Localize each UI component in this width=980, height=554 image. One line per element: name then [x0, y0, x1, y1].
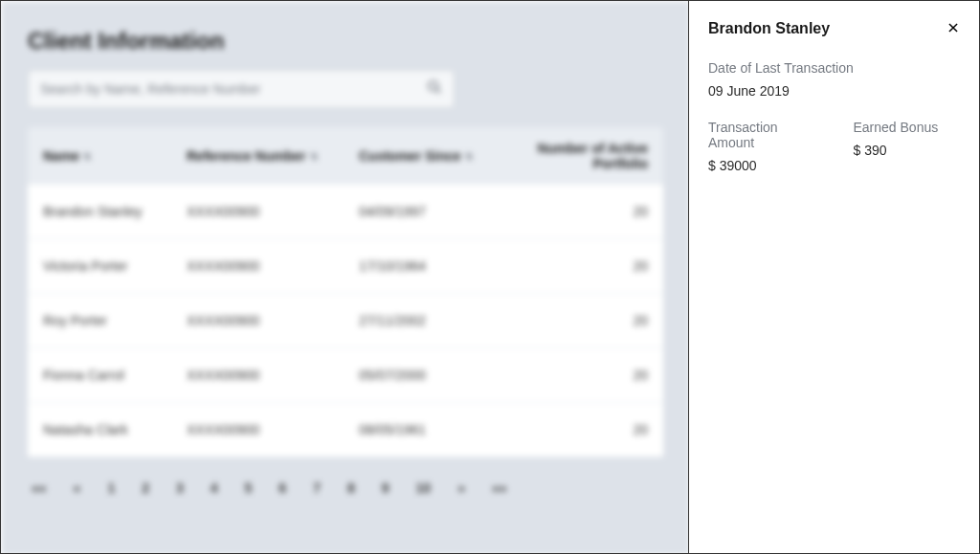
cell-portfolio: 20 [512, 258, 648, 274]
col-header-reference[interactable]: Reference Number ⇅ [187, 141, 359, 171]
cell-name: Brandon Stanley [43, 204, 187, 219]
svg-line-1 [436, 89, 440, 93]
close-icon [947, 21, 960, 37]
page-title: Client Information [28, 28, 663, 55]
search-icon [427, 79, 442, 99]
col-header-reference-label: Reference Number [187, 148, 306, 164]
pagination: «« « 1 2 3 4 5 6 7 8 9 10 » »» [28, 480, 663, 496]
close-button[interactable] [947, 21, 960, 37]
cell-since: 17/10/1964 [359, 258, 512, 274]
cell-ref: XXXX00900 [187, 422, 359, 437]
page-number[interactable]: 8 [347, 480, 355, 496]
table-row[interactable]: Victoria Porter XXXX00900 17/10/1964 20 [28, 239, 663, 294]
page-number[interactable]: 4 [211, 480, 218, 496]
page-number[interactable]: 5 [245, 480, 253, 496]
col-header-since-label: Customer Since [359, 148, 461, 164]
page-number[interactable]: 10 [416, 480, 432, 496]
page-number[interactable]: 3 [176, 480, 184, 496]
search-box[interactable]: Search by Name, Reference Number [28, 70, 455, 108]
cell-since: 08/05/1961 [359, 422, 512, 437]
earned-bonus-label: Earned Bonus [854, 120, 961, 135]
table-row[interactable]: Brandon Stanley XXXX00900 04/09/1997 20 [28, 185, 663, 239]
cell-since: 27/11/2002 [359, 313, 512, 328]
last-transaction-label: Date of Last Transaction [708, 60, 960, 76]
cell-ref: XXXX00900 [187, 313, 359, 328]
sort-icon: ⇅ [465, 151, 473, 162]
table-header-row: Name ⇅ Reference Number ⇅ Customer Since… [28, 127, 663, 185]
page-number[interactable]: 6 [278, 480, 286, 496]
col-header-name[interactable]: Name ⇅ [43, 141, 187, 171]
sidepanel-client-name: Brandon Stanley [708, 20, 830, 37]
earned-bonus-value: $ 390 [854, 143, 961, 158]
cell-name: Fionna Carrol [43, 367, 187, 383]
cell-name: Victoria Porter [43, 258, 187, 274]
col-header-portfolio[interactable]: Number of Active Portfolio [512, 141, 648, 171]
sidepanel-header: Brandon Stanley [708, 20, 960, 37]
transaction-amount-value: $ 39000 [708, 158, 815, 173]
last-transaction-value: 09 June 2019 [708, 83, 960, 99]
cell-portfolio: 20 [512, 313, 648, 328]
sort-icon: ⇅ [310, 151, 318, 162]
col-header-name-label: Name [43, 148, 79, 164]
cell-portfolio: 20 [512, 204, 648, 219]
client-detail-sidepanel: Brandon Stanley Date of Last Transaction… [688, 1, 979, 554]
table-row[interactable]: Roy Porter XXXX00900 27/11/2002 20 [28, 294, 663, 348]
table-row[interactable]: Fionna Carrol XXXX00900 05/07/2000 20 [28, 348, 663, 403]
field-row-amount-bonus: Transaction Amount $ 39000 Earned Bonus … [708, 120, 960, 173]
transaction-amount-label: Transaction Amount [708, 120, 815, 150]
page-last[interactable]: »» [492, 480, 507, 496]
cell-ref: XXXX00900 [187, 258, 359, 274]
page-next[interactable]: » [457, 480, 465, 496]
page-number[interactable]: 1 [107, 480, 115, 496]
cell-ref: XXXX00900 [187, 367, 359, 383]
field-transaction-amount: Transaction Amount $ 39000 [708, 120, 815, 173]
cell-since: 04/09/1997 [359, 204, 512, 219]
cell-portfolio: 20 [512, 367, 648, 383]
table-row[interactable]: Natasha Clark XXXX00900 08/05/1961 20 [28, 403, 663, 457]
field-last-transaction: Date of Last Transaction 09 June 2019 [708, 60, 960, 99]
col-header-portfolio-label: Number of Active Portfolio [512, 141, 648, 171]
col-header-since[interactable]: Customer Since ⇅ [359, 141, 512, 171]
field-earned-bonus: Earned Bonus $ 390 [854, 120, 961, 173]
client-table: Name ⇅ Reference Number ⇅ Customer Since… [28, 127, 663, 457]
cell-since: 05/07/2000 [359, 367, 512, 383]
page-number[interactable]: 9 [382, 480, 390, 496]
client-info-background: Client Information Search by Name, Refer… [1, 1, 690, 554]
search-placeholder: Search by Name, Reference Number [40, 81, 427, 97]
page-number[interactable]: 2 [142, 480, 149, 496]
page-first[interactable]: «« [32, 480, 47, 496]
cell-name: Natasha Clark [43, 422, 187, 437]
page-prev[interactable]: « [74, 480, 81, 496]
cell-name: Roy Porter [43, 313, 187, 328]
cell-portfolio: 20 [512, 422, 648, 437]
page-number[interactable]: 7 [313, 480, 321, 496]
sort-icon: ⇅ [83, 151, 91, 162]
svg-point-0 [429, 81, 437, 90]
cell-ref: XXXX00900 [187, 204, 359, 219]
